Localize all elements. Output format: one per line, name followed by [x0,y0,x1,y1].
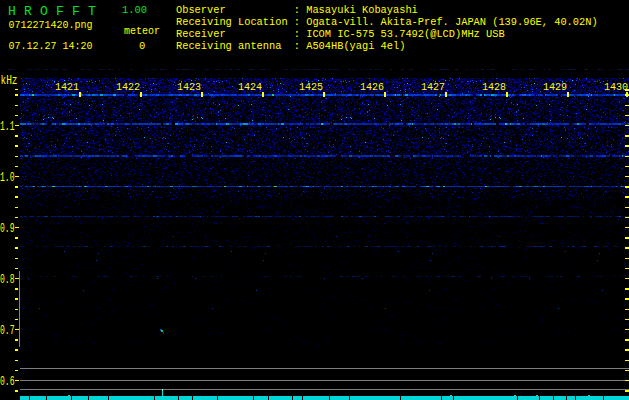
svg-text:1.1: 1.1 [0,120,15,134]
svg-text:Receiving Location : Ogata-vil: Receiving Location : Ogata-vill. Akita-P… [176,16,598,28]
svg-text:R: R [24,4,32,19]
svg-text:H: H [8,4,16,19]
svg-text:T: T [88,4,96,19]
svg-text:1421: 1421 [55,80,79,93]
svg-text:O: O [40,4,48,19]
svg-text:kHz: kHz [1,74,18,88]
svg-text:1428: 1428 [482,80,506,93]
svg-text:0712271420.png: 0712271420.png [9,19,93,31]
svg-text:0.6: 0.6 [0,375,15,389]
svg-text:1.00: 1.00 [122,4,147,16]
svg-text:1427: 1427 [421,80,445,93]
svg-text:1.0: 1.0 [0,171,15,185]
svg-text:0.7: 0.7 [0,324,15,338]
svg-text:Receiver : ICOM IC-5: Receiver : ICOM IC-575 53.7492(@LCD)MHz … [176,28,505,40]
svg-text:Observer : Masayuki: Observer : Masayuki Kobayashi [176,4,418,16]
svg-text:1424: 1424 [238,80,262,93]
svg-text:Receiving antenna : A504HB(ya: Receiving antenna : A504HB(yagi 4el) [176,40,405,52]
svg-text:0: 0 [139,40,145,52]
svg-text:F: F [56,4,64,19]
svg-text:0.9: 0.9 [0,222,15,236]
svg-text:1429: 1429 [543,80,567,93]
svg-text:0.8: 0.8 [0,273,15,287]
svg-text:meteor: meteor [124,25,160,37]
svg-text:1422: 1422 [116,80,140,93]
svg-text:1426: 1426 [360,80,384,93]
svg-text:1430: 1430 [604,80,628,93]
svg-text:1425: 1425 [299,80,323,93]
svg-text:07.12.27 14:20: 07.12.27 14:20 [9,40,93,52]
svg-text:1423: 1423 [177,80,201,93]
svg-text:F: F [72,4,80,19]
